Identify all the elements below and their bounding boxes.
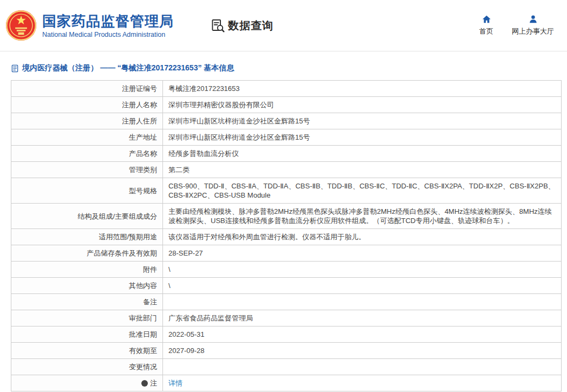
- row-value: 主要由经颅检测模块、脉冲多普勒2MHz经颅黑色探头或脉冲多普勒2MHz经颅白色探…: [163, 204, 562, 229]
- row-label: 注册证编号: [11, 81, 163, 97]
- national-emblem-logo: [5, 10, 37, 41]
- table-row: 型号规格CBS-900、TDD-Ⅱ、CBS-ⅡA、TDD-ⅡA、CBS-ⅡB、T…: [11, 178, 562, 204]
- row-label: 备注: [11, 294, 163, 310]
- table-row: 管理类别第二类: [11, 162, 562, 178]
- site-header: 国家药品监督管理局 National Medical Products Admi…: [0, 0, 567, 51]
- user-icon: [529, 15, 538, 24]
- row-value: 详情: [163, 375, 562, 391]
- row-label: 有效期至: [11, 343, 163, 359]
- row-value: [163, 294, 562, 310]
- detail-link[interactable]: 详情: [168, 379, 183, 387]
- data-query-label: 数据查询: [228, 18, 273, 33]
- row-value: 深圳市坪山新区坑梓街道金沙社区金辉路15号: [163, 129, 562, 146]
- table-row: 变更情况: [11, 359, 562, 375]
- row-value: 该仪器适用于对经颅和外周血管进行检测。仪器不适用于胎儿。: [163, 229, 562, 245]
- row-label: 管理类别: [11, 162, 163, 178]
- note-icon: [141, 380, 148, 387]
- row-value: 广东省食品药品监督管理局: [163, 310, 562, 326]
- table-row: 生产地址深圳市坪山新区坑梓街道金沙社区金辉路15号: [11, 129, 562, 146]
- info-table-body: 注册证编号粤械注准20172231653注册人名称深圳市理邦精密仪器股份有限公司…: [11, 81, 562, 391]
- table-row: 审批部门广东省食品药品监督管理局: [11, 310, 562, 326]
- row-value: 深圳市理邦精密仪器股份有限公司: [163, 97, 562, 113]
- row-label: 审批部门: [11, 310, 163, 326]
- row-label: 注册人名称: [11, 97, 163, 113]
- row-value: 深圳市坪山新区坑梓街道金沙社区金辉路15号: [163, 113, 562, 129]
- table-row: 产品储存条件及有效期28-SEP-27: [11, 245, 562, 262]
- row-value: 28-SEP-27: [163, 245, 562, 262]
- org-names: 国家药品监督管理局 National Medical Products Admi…: [42, 13, 174, 38]
- document-icon: [11, 64, 19, 73]
- row-label: 产品储存条件及有效期: [11, 245, 163, 262]
- row-label: 生产地址: [11, 129, 163, 146]
- row-value: 粤械注准20172231653: [163, 81, 562, 97]
- table-row: 注详情: [11, 375, 562, 391]
- table-row: 有效期至2027-09-28: [11, 343, 562, 359]
- row-value: CBS-900、TDD-Ⅱ、CBS-ⅡA、TDD-ⅡA、CBS-ⅡB、TDD-Ⅱ…: [163, 178, 562, 204]
- table-row: 注册证编号粤械注准20172231653: [11, 81, 562, 97]
- header-nav: 首页 网上办事大厅: [479, 15, 554, 36]
- nav-home-label: 首页: [479, 27, 493, 36]
- table-row: 批准日期2022-05-31: [11, 326, 562, 343]
- table-row: 适用范围/预期用途该仪器适用于对经颅和外周血管进行检测。仪器不适用于胎儿。: [11, 229, 562, 245]
- row-label: 注: [11, 375, 163, 391]
- table-row: 结构及组成/主要组成成分主要由经颅检测模块、脉冲多普勒2MHz经颅黑色探头或脉冲…: [11, 204, 562, 229]
- table-row: 注册人住所深圳市坪山新区坑梓街道金沙社区金辉路15号: [11, 113, 562, 129]
- table-row: 其他内容\: [11, 278, 562, 294]
- page-title-bar: 境内医疗器械（注册） —— “粤械注准20172231653” 基本信息: [11, 63, 562, 73]
- row-value: \: [163, 262, 562, 278]
- home-icon: [482, 15, 491, 24]
- row-label: 型号规格: [11, 178, 163, 204]
- row-label: 产品名称: [11, 146, 163, 162]
- nav-service-hall[interactable]: 网上办事大厅: [512, 15, 554, 36]
- data-query-icon: [211, 18, 225, 33]
- row-value: 2027-09-28: [163, 343, 562, 359]
- row-value: \: [163, 278, 562, 294]
- row-value: [163, 359, 562, 375]
- row-label: 其他内容: [11, 278, 163, 294]
- nav-data-query[interactable]: 数据查询: [211, 18, 273, 33]
- row-label: 结构及组成/主要组成成分: [11, 204, 163, 229]
- main-content: 境内医疗器械（注册） —— “粤械注准20172231653” 基本信息 注册证…: [0, 63, 567, 392]
- org-name-en: National Medical Products Administration: [42, 31, 174, 38]
- registration-info-table: 注册证编号粤械注准20172231653注册人名称深圳市理邦精密仪器股份有限公司…: [11, 80, 562, 391]
- row-label: 注册人住所: [11, 113, 163, 129]
- row-label: 批准日期: [11, 326, 163, 343]
- org-name-cn: 国家药品监督管理局: [42, 13, 174, 29]
- row-value: 经颅多普勒血流分析仪: [163, 146, 562, 162]
- row-value: 第二类: [163, 162, 562, 178]
- nav-service-hall-label: 网上办事大厅: [512, 27, 554, 36]
- table-row: 注册人名称深圳市理邦精密仪器股份有限公司: [11, 97, 562, 113]
- table-row: 备注: [11, 294, 562, 310]
- row-value: 2022-05-31: [163, 326, 562, 343]
- table-row: 附件\: [11, 262, 562, 278]
- row-label: 变更情况: [11, 359, 163, 375]
- table-row: 产品名称经颅多普勒血流分析仪: [11, 146, 562, 162]
- brand-link[interactable]: 国家药品监督管理局 National Medical Products Admi…: [5, 10, 174, 41]
- page-title: 境内医疗器械（注册） —— “粤械注准20172231653” 基本信息: [22, 63, 234, 73]
- row-label: 适用范围/预期用途: [11, 229, 163, 245]
- nav-home[interactable]: 首页: [479, 15, 493, 36]
- row-label: 附件: [11, 262, 163, 278]
